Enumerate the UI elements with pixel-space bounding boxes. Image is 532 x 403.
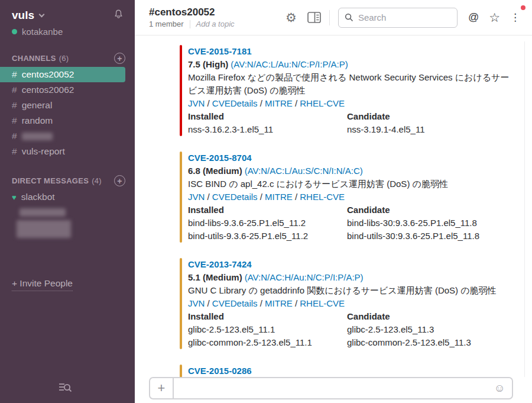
cve-message-body: CVE-2015-87046.8 (Medium)(AV:N/AC:L/Au:S… [188, 151, 510, 243]
search-icon [345, 13, 353, 22]
link-mitre[interactable]: MITRE [265, 98, 293, 108]
attach-file-button[interactable]: + [150, 378, 174, 398]
link-cvedetails[interactable]: CVEDetails [212, 192, 258, 202]
cvss-vector-link[interactable]: (AV:N/AC:L/Au:S/C:N/I:N/A:C) [245, 166, 363, 176]
cve-message-body: CVE-2015-71817.5 (High)(AV:N/AC:L/Au:N/C… [188, 45, 510, 136]
link-jvn[interactable]: JVN [188, 192, 205, 202]
search-box[interactable] [338, 8, 458, 28]
gear-icon[interactable]: ⚙ [286, 11, 297, 24]
add-topic-link[interactable]: Add a topic [196, 19, 235, 30]
channels-label: CHANNELS [12, 54, 56, 63]
channel-list: #centos20052#centos20062#general#random#… [0, 67, 135, 159]
flexpane-toggle-icon[interactable] [307, 12, 321, 23]
field-column: Installedglibc-2.5-123.el5_11.1glibc-com… [188, 310, 347, 349]
create-dm-button[interactable]: + [114, 175, 125, 186]
sidebar: vuls kotakanbe CHANNELS (6) + #centos200… [0, 0, 135, 403]
field-column: Candidatebind-libs-30:9.3.6-25.P1.el5_11… [347, 204, 506, 243]
cvss-vector-link[interactable]: (AV:N/AC:H/Au:N/C:P/I:P/A:P) [245, 272, 364, 282]
package-version: glibc-common-2.5-123.el5_11.1 [188, 336, 347, 349]
redacted-channel-name [22, 133, 53, 140]
starred-items-icon[interactable]: ☆ [489, 11, 500, 24]
cve-title-link[interactable]: CVE-2015-0286 [188, 365, 252, 377]
hash-prefix: # [12, 100, 17, 111]
sidebar-item-general[interactable]: #general [0, 98, 135, 113]
redacted-dm-name [20, 208, 66, 217]
link-separator: / [258, 298, 265, 308]
field-column: Installedbind-libs-9.3.6-25.P1.el5_11.2b… [188, 204, 347, 243]
channels-section-header: CHANNELS (6) + [0, 53, 135, 67]
cve-summary: ISC BIND の apl_42.c におけるサービス運用妨害 (DoS) の… [188, 178, 510, 191]
severity-score: 6.8 (Medium) [188, 166, 242, 176]
current-user-presence[interactable]: kotakanbe [0, 22, 135, 37]
cve-message-body: CVE-2015-0286 [188, 365, 510, 377]
field-title: Candidate [347, 310, 506, 323]
notifications-bell-icon[interactable] [113, 8, 124, 22]
sidebar-item-centos20062[interactable]: #centos20062 [0, 82, 135, 98]
message-input[interactable] [174, 383, 494, 394]
link-separator: / [258, 192, 265, 202]
member-count[interactable]: 1 member [149, 19, 184, 30]
severity-score: 5.1 (Medium) [188, 272, 242, 282]
severity-bar [180, 258, 182, 349]
channel-info: #centos20052 1 member Add a topic [149, 6, 235, 30]
link-rhel-cve[interactable]: RHEL-CVE [300, 98, 345, 108]
search-input[interactable] [358, 12, 451, 22]
link-cvedetails[interactable]: CVEDetails [212, 98, 258, 108]
hash-prefix: # [12, 69, 17, 80]
sidebar-item-vuls-report[interactable]: #vuls-report [0, 144, 135, 159]
link-jvn[interactable]: JVN [188, 298, 205, 308]
mentions-at-icon[interactable]: @ [468, 11, 479, 24]
package-fields: Installednss-3.16.2.3-1.el5_11Candidaten… [188, 110, 510, 136]
cve-title-link[interactable]: CVE-2015-8704 [188, 151, 252, 165]
team-menu-button[interactable]: vuls [12, 9, 34, 22]
create-channel-button[interactable]: + [114, 53, 125, 64]
sidebar-item-redacted-dm[interactable] [0, 205, 135, 220]
kebab-icon: ⋮ [510, 12, 520, 23]
header-actions: ⚙ @ ☆ ⋮ [286, 8, 524, 28]
link-cvedetails[interactable]: CVEDetails [212, 298, 258, 308]
link-separator: / [205, 298, 212, 308]
sidebar-item-slackbot[interactable]: ♥slackbot [0, 189, 135, 205]
link-mitre[interactable]: MITRE [265, 192, 293, 202]
sidebar-item-redacted-channel[interactable]: # [0, 128, 135, 144]
hash-prefix: # [12, 115, 17, 126]
field-title: Candidate [347, 204, 506, 217]
link-rhel-cve[interactable]: RHEL-CVE [300, 298, 345, 308]
severity-score: 7.5 (High) [188, 59, 228, 69]
severity-row: 5.1 (Medium)(AV:N/AC:H/Au:N/C:P/I:P/A:P) [188, 271, 510, 284]
cvss-vector-link[interactable]: (AV:N/AC:L/Au:N/C:P/I:P/A:P) [231, 59, 348, 69]
cve-title-link[interactable]: CVE-2013-7424 [188, 258, 252, 271]
cve-message: CVE-2015-71817.5 (High)(AV:N/AC:L/Au:N/C… [180, 45, 532, 136]
cve-title-link[interactable]: CVE-2015-7181 [188, 45, 252, 58]
reference-links: JVN / CVEDetails / MITRE / RHEL-CVE [188, 191, 510, 204]
link-jvn[interactable]: JVN [188, 98, 205, 108]
field-title: Installed [188, 110, 347, 123]
main-pane: #centos20052 1 member Add a topic ⚙ @ [135, 0, 532, 403]
link-mitre[interactable]: MITRE [265, 298, 293, 308]
sidebar-item-random[interactable]: #random [0, 113, 135, 128]
channel-list-search-icon[interactable] [0, 382, 135, 403]
header-divider [329, 10, 330, 25]
sidebar-item-centos20052[interactable]: #centos20052 [0, 67, 125, 82]
more-options-button[interactable]: ⋮ [507, 11, 524, 24]
package-version: bind-libs-9.3.6-25.P1.el5_11.2 [188, 217, 347, 230]
cve-message-body: CVE-2013-74245.1 (Medium)(AV:N/AC:H/Au:N… [188, 258, 510, 349]
channels-count: (6) [59, 54, 69, 63]
message-composer: + ☺ [149, 377, 513, 399]
channel-name: random [22, 115, 53, 126]
field-title: Installed [188, 310, 347, 323]
reference-links: JVN / CVEDetails / MITRE / RHEL-CVE [188, 97, 510, 110]
cve-message: CVE-2015-0286 [180, 365, 532, 377]
presence-dot-icon [12, 29, 17, 34]
hash-prefix: # [12, 85, 17, 95]
emoji-picker-icon[interactable]: ☺ [494, 382, 505, 395]
link-separator: / [258, 98, 265, 108]
link-rhel-cve[interactable]: RHEL-CVE [300, 192, 345, 202]
sidebar-item-redacted-dm[interactable] [0, 220, 135, 244]
message-list[interactable]: CVE-2015-71817.5 (High)(AV:N/AC:L/Au:N/C… [135, 36, 532, 377]
link-separator: / [293, 298, 300, 308]
team-header: vuls [0, 7, 135, 22]
invite-people-link[interactable]: + Invite People [12, 278, 73, 291]
dm-list: ♥slackbot [0, 189, 135, 244]
severity-row: 6.8 (Medium)(AV:N/AC:L/Au:S/C:N/I:N/A:C) [188, 165, 510, 178]
